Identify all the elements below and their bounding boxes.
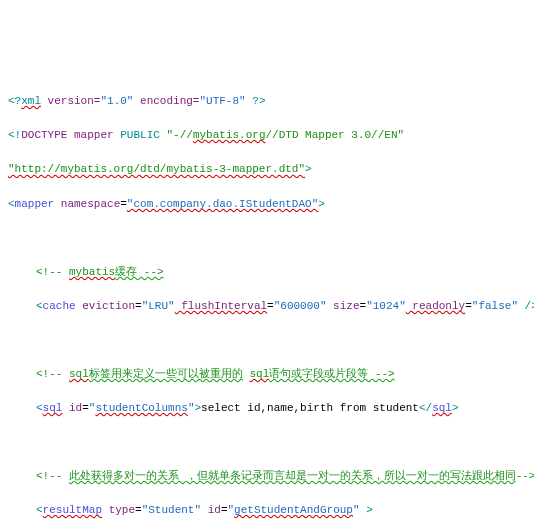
code-block: <?xml version="1.0" encoding="UTF-8" ?> … [8, 76, 526, 527]
comment-line: <!-- 此处获得多对一的关系 ，但就单条记录而言却是一对一的关系，所以一对一的… [8, 468, 526, 485]
comment-line: <!-- mybatis缓存 --> [8, 264, 526, 281]
code-line: <sql id="studentColumns">select id,name,… [8, 400, 526, 417]
code-line: "http://mybatis.org/dtd/mybatis-3-mapper… [8, 161, 526, 178]
code-line: <mapper namespace="com.company.dao.IStud… [8, 196, 526, 213]
code-line: <!DOCTYPE mapper PUBLIC "-//mybatis.org/… [8, 127, 526, 144]
code-line: <cache eviction="LRU" flushInterval="600… [8, 298, 526, 315]
comment-line: <!-- sql标签用来定义一些可以被重用的 sql语句或字段或片段等 --> [8, 366, 526, 383]
code-line: <?xml version="1.0" encoding="UTF-8" ?> [8, 93, 526, 110]
code-line: <resultMap type="Student" id="getStudent… [8, 502, 526, 519]
